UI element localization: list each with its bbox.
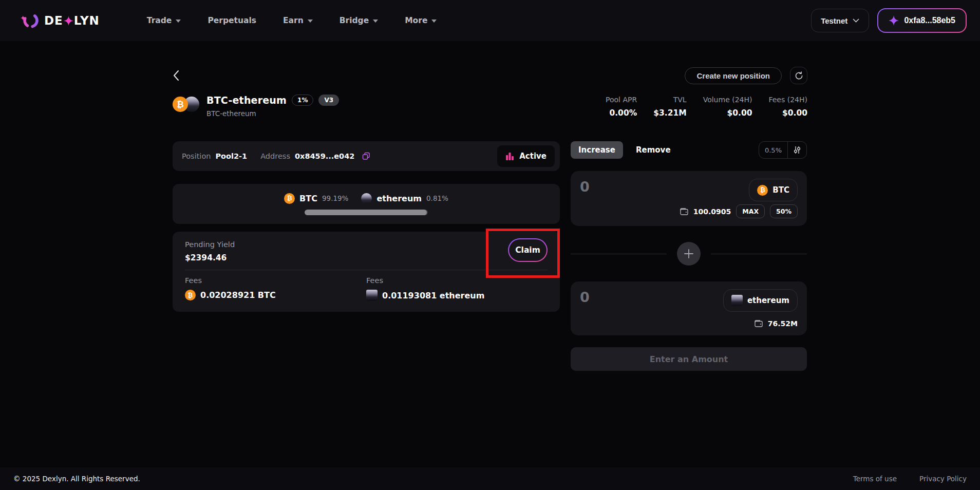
- btc-icon: ₿: [284, 193, 295, 204]
- fees-label: Fees: [366, 276, 548, 285]
- token-b-balance: 76.52M: [768, 319, 798, 328]
- stat-tvl: TVL $3.21M: [653, 96, 686, 118]
- caret-down-icon: [431, 20, 437, 23]
- ratio-token-a-symbol: BTC: [299, 194, 317, 203]
- pool-subtitle: BTC-ethereum: [206, 109, 339, 118]
- caret-down-icon: [308, 20, 313, 23]
- max-button[interactable]: MAX: [736, 204, 765, 218]
- pending-yield-label: Pending Yield: [185, 240, 548, 249]
- nav-trade[interactable]: Trade: [147, 16, 181, 25]
- position-value: Pool2-1: [215, 152, 247, 160]
- refresh-icon: [795, 71, 803, 80]
- ratio-token-b-symbol: ethereum: [376, 194, 422, 203]
- nav-bridge[interactable]: Bridge: [340, 16, 378, 25]
- token-a-selector[interactable]: ₿ BTC: [749, 179, 798, 201]
- token-a-symbol: BTC: [772, 185, 789, 195]
- nav-earn-label: Earn: [283, 16, 304, 25]
- plus-icon[interactable]: [677, 242, 701, 266]
- privacy-policy-link[interactable]: Privacy Policy: [919, 475, 967, 483]
- create-new-position-button[interactable]: Create new position: [685, 67, 782, 84]
- divider: [185, 270, 548, 270]
- top-navigation-bar: DELYN Trade Perpetuals Earn Bridge More …: [0, 0, 980, 41]
- tab-remove[interactable]: Remove: [636, 145, 671, 155]
- nav-earn[interactable]: Earn: [283, 16, 313, 25]
- btc-icon: ₿: [757, 185, 768, 196]
- dexlyn-logo[interactable]: DELYN: [21, 10, 100, 31]
- position-label: Position: [182, 152, 211, 160]
- ratio-token-b-percent: 0.81%: [426, 194, 448, 202]
- wallet-star-icon: [889, 15, 899, 26]
- address-value: 0x8459...e042: [295, 152, 354, 160]
- terms-of-use-link[interactable]: Terms of use: [853, 475, 897, 483]
- refresh-button[interactable]: [790, 67, 807, 84]
- token-b-symbol: ethereum: [747, 296, 789, 305]
- ratio-token-a-percent: 99.19%: [322, 194, 348, 202]
- slippage-value: 0.5%: [759, 142, 788, 158]
- stat-label: Volume (24H): [703, 96, 752, 104]
- chevron-down-icon: [853, 18, 859, 23]
- settings-sliders-icon[interactable]: [788, 142, 806, 158]
- ethereum-icon: [366, 290, 378, 301]
- btc-icon: ₿: [185, 290, 196, 300]
- stat-fees-24h: Fees (24H) $0.00: [768, 96, 807, 118]
- token-a-amount-input[interactable]: [580, 179, 683, 195]
- main-content: Create new position ₿ BTC-ethereum 1% V3: [0, 41, 980, 467]
- claim-button[interactable]: Claim: [508, 238, 548, 262]
- pool-header: ₿ BTC-ethereum 1% V3 BTC-ethereum: [173, 95, 339, 118]
- token-a-input-card: ₿ BTC 100.0905 MAX 50%: [571, 171, 807, 226]
- tab-increase[interactable]: Increase: [571, 141, 623, 159]
- position-info-card: Position Pool2-1 Address 0x8459...e042 A…: [173, 141, 560, 171]
- enter-amount-button[interactable]: Enter an Amount: [571, 347, 807, 371]
- header-right: Testnet 0xfa8...58eb5: [811, 8, 967, 33]
- pool-token-icons: ₿: [173, 97, 199, 112]
- nav-perpetuals-label: Perpetuals: [208, 16, 256, 25]
- half-button[interactable]: 50%: [770, 204, 798, 218]
- token-b-amount-input[interactable]: [580, 289, 683, 305]
- wallet-address-button[interactable]: 0xfa8...58eb5: [877, 8, 967, 33]
- network-selector-button[interactable]: Testnet: [811, 9, 869, 32]
- fees-btc-amount: 0.02028921 BTC: [200, 290, 276, 300]
- stat-value: 0.00%: [609, 108, 637, 118]
- nav-more[interactable]: More: [405, 16, 437, 25]
- main-nav: Trade Perpetuals Earn Bridge More: [147, 16, 437, 25]
- wallet-address-text: 0xfa8...58eb5: [904, 16, 955, 25]
- network-name: Testnet: [821, 16, 847, 25]
- wallet-icon: [755, 320, 763, 327]
- back-button[interactable]: [173, 67, 190, 84]
- ratio-progress-bar: [305, 210, 428, 215]
- nav-perpetuals[interactable]: Perpetuals: [208, 16, 256, 25]
- fees-label: Fees: [185, 276, 366, 285]
- nav-more-label: More: [405, 16, 427, 25]
- brand-x-icon: [64, 16, 73, 26]
- nav-bridge-label: Bridge: [340, 16, 369, 25]
- token-ratio-card: ₿ BTC 99.19% ethereum 0.81%: [173, 184, 560, 224]
- status-text: Active: [519, 152, 546, 161]
- pending-yield-card: Pending Yield $2394.46 Claim Fees ₿ 0.02…: [173, 232, 560, 312]
- token-b-selector[interactable]: ethereum: [723, 289, 798, 312]
- token-a-balance: 100.0905: [693, 208, 731, 216]
- plus-divider: [571, 226, 807, 281]
- stat-volume-24h: Volume (24H) $0.00: [703, 96, 752, 118]
- version-badge: V3: [318, 95, 339, 106]
- footer: © 2025 Dexlyn. All Rights Reserved. Term…: [0, 467, 980, 490]
- pool-title: BTC-ethereum: [206, 95, 287, 106]
- manage-tabs: Increase Remove 0.5%: [571, 141, 807, 159]
- stat-pool-apr: Pool APR 0.00%: [606, 96, 637, 118]
- copyright-text: © 2025 Dexlyn. All Rights Reserved.: [13, 475, 140, 483]
- caret-down-icon: [176, 20, 181, 23]
- stat-label: Fees (24H): [768, 96, 807, 104]
- fees-ethereum-column: Fees 0.01193081 ethereum: [366, 276, 548, 301]
- divider-line: [571, 254, 667, 254]
- pool-stats: Pool APR 0.00% TVL $3.21M Volume (24H) $…: [606, 95, 807, 118]
- stat-label: TVL: [673, 96, 687, 104]
- ethereum-icon: [731, 295, 743, 306]
- btc-icon: ₿: [173, 97, 188, 112]
- wallet-icon: [680, 208, 688, 215]
- fee-tier-badge: 1%: [292, 95, 313, 106]
- bar-chart-icon: [505, 152, 514, 161]
- nav-trade-label: Trade: [147, 16, 172, 25]
- pending-yield-value: $2394.46: [185, 253, 548, 262]
- fees-ethereum-amount: 0.01193081 ethereum: [382, 291, 484, 300]
- status-badge: Active: [497, 145, 555, 167]
- copy-address-icon[interactable]: [362, 152, 370, 160]
